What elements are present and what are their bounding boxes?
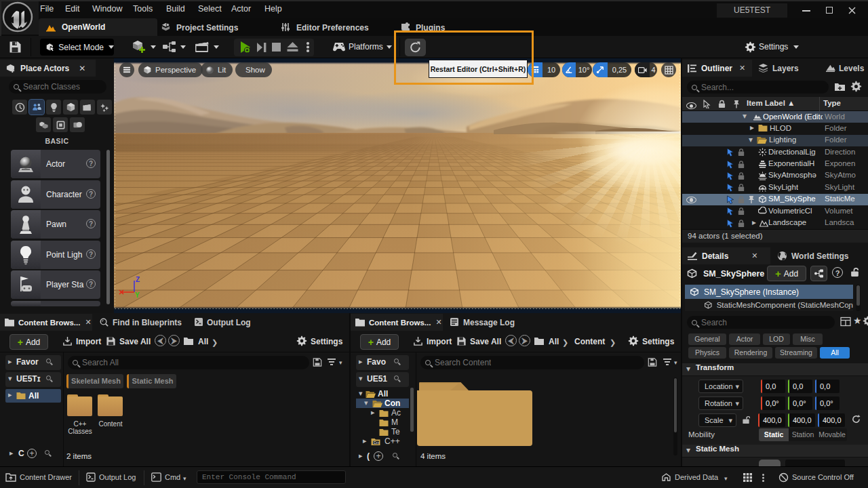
svg-text:Y: Y <box>135 291 140 298</box>
svg-text:Z: Z <box>136 276 140 283</box>
svg-text:C++: C++ <box>374 441 380 445</box>
